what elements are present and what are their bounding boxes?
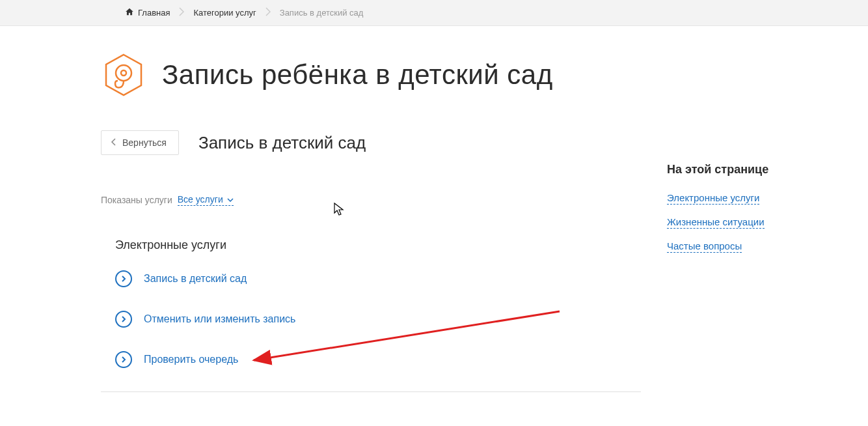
sub-title: Запись в детский сад	[198, 133, 366, 153]
divider	[101, 391, 641, 392]
sidebar-link-eservices[interactable]: Электронные услуги	[667, 192, 759, 205]
service-item-check-queue[interactable]: Проверить очередь	[115, 351, 641, 368]
service-item-register[interactable]: Запись в детский сад	[115, 270, 641, 287]
section-title: Электронные услуги	[115, 238, 641, 252]
chevron-right-icon	[179, 7, 184, 19]
breadcrumb-label: Категории услуг	[193, 8, 256, 18]
filter-row: Показаны услуги Все услуги	[101, 194, 641, 206]
svg-point-2	[121, 70, 126, 76]
service-link[interactable]: Отменить или изменить запись	[144, 313, 295, 325]
filter-value: Все услуги	[178, 194, 223, 205]
arrow-circle-icon	[115, 351, 132, 368]
service-link[interactable]: Запись в детский сад	[144, 273, 247, 285]
page-header: Запись ребёнка в детский сад	[101, 52, 771, 98]
sidebar-title: На этой странице	[667, 163, 771, 177]
chevron-left-icon	[111, 137, 116, 148]
filter-dropdown[interactable]: Все услуги	[178, 194, 234, 206]
breadcrumb-current: Запись в детский сад	[272, 0, 372, 25]
arrow-circle-icon	[115, 311, 132, 328]
breadcrumb: Главная Категории услуг Запись в детский…	[0, 0, 868, 26]
back-button-label: Вернуться	[122, 137, 167, 148]
home-icon	[125, 7, 134, 18]
breadcrumb-label: Запись в детский сад	[280, 8, 364, 18]
svg-point-1	[116, 65, 131, 81]
arrow-circle-icon	[115, 270, 132, 287]
breadcrumb-home[interactable]: Главная	[117, 0, 178, 25]
sidebar-link-faq[interactable]: Частые вопросы	[667, 240, 742, 253]
back-button[interactable]: Вернуться	[101, 130, 179, 155]
sub-header: Вернуться Запись в детский сад	[101, 130, 641, 155]
breadcrumb-categories[interactable]: Категории услуг	[185, 0, 264, 25]
service-item-cancel[interactable]: Отменить или изменить запись	[115, 311, 641, 328]
sidebar-link-situations[interactable]: Жизненные ситуации	[667, 216, 765, 229]
service-list: Запись в детский сад Отменить или измени…	[101, 270, 641, 368]
sidebar: На этой странице Электронные услуги Жизн…	[667, 130, 771, 264]
chevron-down-icon	[227, 196, 234, 203]
service-link[interactable]: Проверить очередь	[144, 354, 238, 365]
pacifier-icon	[101, 52, 146, 98]
breadcrumb-label: Главная	[138, 8, 170, 18]
chevron-right-icon	[265, 7, 271, 19]
page-title: Запись ребёнка в детский сад	[162, 59, 553, 91]
filter-label: Показаны услуги	[101, 195, 172, 205]
